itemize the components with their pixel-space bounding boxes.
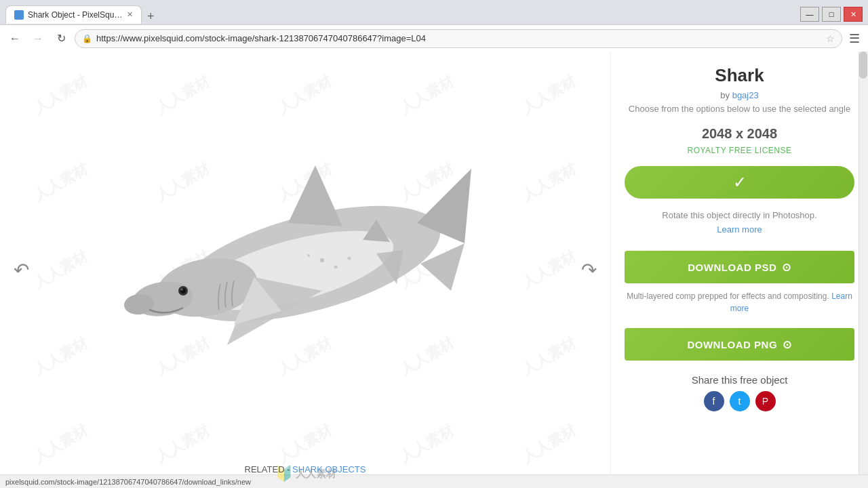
rotate-left-button[interactable]: ↶ xyxy=(14,259,29,281)
watermark-cell: 人人素材 xyxy=(353,376,502,488)
forward-button[interactable]: → xyxy=(28,29,47,48)
svg-point-15 xyxy=(320,258,324,262)
close-button[interactable]: ✕ xyxy=(844,7,863,22)
watermark-cell: 人人素材 xyxy=(475,114,610,251)
svg-point-14 xyxy=(180,288,183,291)
author-line: by bgaj23 xyxy=(625,90,854,100)
watermark-cell: 人人素材 xyxy=(475,289,610,426)
sidebar-scrollbar[interactable] xyxy=(859,52,868,488)
related-section: RELATED - SHARK OBJECTS xyxy=(245,464,366,474)
product-title: Shark xyxy=(625,65,854,86)
nav-bar: ← → ↻ 🔒 https://www.pixelsquid.com/stock… xyxy=(0,24,868,52)
tab-favicon xyxy=(14,10,24,20)
angle-description: Choose from the options below to use the… xyxy=(625,103,854,115)
tab-close-button[interactable]: ✕ xyxy=(127,10,133,19)
back-button[interactable]: ← xyxy=(5,29,24,48)
learn-more-photoshop-link[interactable]: Learn more xyxy=(625,224,854,235)
new-tab-button[interactable]: + xyxy=(142,9,160,24)
shark-image xyxy=(119,128,492,386)
svg-marker-7 xyxy=(288,165,342,226)
psd-description: Multi-layered comp prepped for effects a… xyxy=(625,290,854,314)
dimension-text: 2048 x 2048 xyxy=(625,126,854,142)
watermark-cell: 人人素材 xyxy=(475,52,610,163)
status-url: pixelsquid.com/stock-image/1213870674704… xyxy=(5,478,251,486)
svg-point-17 xyxy=(307,254,310,257)
reload-button[interactable]: ↻ xyxy=(52,29,71,48)
watermark-cell: 人人素材 xyxy=(475,376,610,488)
rotate-text: Rotate this object directly in Photoshop… xyxy=(625,209,854,222)
author-link[interactable]: bgaj23 xyxy=(732,90,759,100)
download-psd-icon: ⊙ xyxy=(782,261,791,274)
maximize-button[interactable]: □ xyxy=(822,7,841,22)
bookmark-icon[interactable]: ☆ xyxy=(826,33,835,44)
window-controls: — □ ✕ xyxy=(800,7,863,22)
tab-title: Shark Object - PixelSquid... xyxy=(28,10,123,20)
svg-point-18 xyxy=(348,257,351,260)
share-section: Share this free object f t P xyxy=(625,374,854,411)
watermark-cell: 人人素材 xyxy=(0,52,136,163)
minimize-button[interactable]: — xyxy=(800,7,819,22)
twitter-share-button[interactable]: t xyxy=(730,391,750,411)
image-area: 人人素材 人人素材 人人素材 人人素材 人人素材 人人素材 人人素材 人人素材 … xyxy=(0,52,610,488)
browser-menu-button[interactable]: ☰ xyxy=(846,28,863,49)
select-angle-button[interactable]: ✓ xyxy=(625,166,854,199)
scrollbar-thumb[interactable] xyxy=(859,52,867,79)
watermark-cell: 人人素材 xyxy=(108,376,258,488)
facebook-share-button[interactable]: f xyxy=(704,391,724,411)
browser-chrome: Shark Object - PixelSquid... ✕ + — □ ✕ ←… xyxy=(0,0,868,52)
download-png-label: DOWNLOAD PNG xyxy=(687,339,777,350)
rotate-right-button[interactable]: ↷ xyxy=(581,259,597,281)
download-png-button[interactable]: DOWNLOAD PNG ⊙ xyxy=(625,328,854,361)
download-psd-button[interactable]: DOWNLOAD PSD ⊙ xyxy=(625,251,854,283)
active-tab[interactable]: Shark Object - PixelSquid... ✕ xyxy=(5,5,142,24)
status-bar: pixelsquid.com/stock-image/1213870674704… xyxy=(0,474,868,488)
watermark-cell: 人人素材 xyxy=(0,289,136,426)
related-link[interactable]: SHARK OBJECTS xyxy=(292,464,366,474)
pinterest-share-button[interactable]: P xyxy=(755,391,776,411)
author-prefix: by xyxy=(720,90,730,100)
watermark-cell: 人人素材 xyxy=(0,114,136,251)
checkmark-icon: ✓ xyxy=(733,173,747,192)
svg-point-16 xyxy=(334,266,338,269)
ssl-lock-icon: 🔒 xyxy=(82,34,92,43)
title-bar: Shark Object - PixelSquid... ✕ + — □ ✕ xyxy=(0,0,868,24)
download-psd-label: DOWNLOAD PSD xyxy=(688,262,776,273)
related-prefix: RELATED - xyxy=(245,464,290,474)
url-text: https://www.pixelsquid.com/stock-image/s… xyxy=(96,33,822,43)
watermark-cell: 人人素材 xyxy=(0,376,136,488)
page-content: 人人素材 人人素材 人人素材 人人素材 人人素材 人人素材 人人素材 人人素材 … xyxy=(0,52,868,488)
share-icons: f t P xyxy=(625,391,854,411)
share-title: Share this free object xyxy=(625,374,854,386)
tab-bar: Shark Object - PixelSquid... ✕ + xyxy=(5,5,160,24)
sidebar: Shark by bgaj23 Choose from the options … xyxy=(610,52,868,488)
download-png-icon: ⊙ xyxy=(783,338,792,351)
address-bar[interactable]: 🔒 https://www.pixelsquid.com/stock-image… xyxy=(75,29,842,48)
license-link[interactable]: ROYALTY FREE LICENSE xyxy=(625,146,854,155)
